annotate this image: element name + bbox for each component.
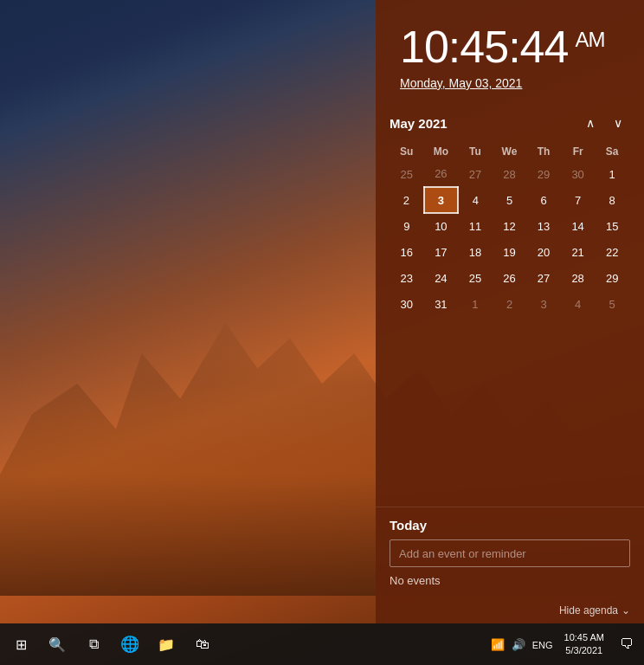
calendar-day[interactable]: 7 (561, 187, 596, 213)
folder-icon: 📁 (158, 636, 175, 653)
calendar-day[interactable]: 16 (390, 239, 424, 265)
calendar-day[interactable]: 22 (595, 239, 629, 265)
calendar-day[interactable]: 4 (561, 291, 596, 317)
calendar-day[interactable]: 25 (458, 265, 493, 291)
event-input-wrapper[interactable] (390, 539, 630, 567)
taskbar: ⊞ 🔍 ⧉ 🌐 📁 🛍 📶 🔊 (0, 623, 644, 665)
calendar-day[interactable]: 28 (561, 265, 596, 291)
language-tray-icon[interactable]: ENG (530, 638, 556, 651)
taskbar-date: 5/3/2021 (564, 644, 604, 657)
calendar-day[interactable]: 27 (458, 161, 493, 187)
taskbar-left: ⊞ 🔍 ⧉ 🌐 📁 🛍 (3, 627, 488, 662)
no-events-text: No events (390, 574, 630, 587)
next-month-button[interactable]: ∨ (606, 111, 630, 135)
day-of-week-th: Th (526, 142, 561, 161)
notification-button[interactable]: 🗨 (613, 627, 641, 662)
calendar-day[interactable]: 2 (390, 187, 424, 213)
calendar-week-5: 23242526272829 (390, 265, 629, 291)
calendar-day[interactable]: 27 (526, 265, 561, 291)
calendar-week-3: 9101112131415 (390, 213, 629, 239)
calendar-day[interactable]: 8 (595, 187, 629, 213)
calendar-day[interactable]: 18 (458, 239, 493, 265)
calendar-day[interactable]: 24 (424, 265, 459, 291)
calendar-day[interactable]: 3 (526, 291, 561, 317)
today-label: Today (390, 518, 630, 533)
calendar-day[interactable]: 15 (595, 213, 629, 239)
calendar-day[interactable]: 30 (561, 161, 596, 187)
calendar-body: 2526272829301234567891011121314151617181… (390, 161, 629, 317)
day-of-week-tu: Tu (458, 142, 493, 161)
calendar-week-2: 2345678 (390, 187, 629, 213)
network-tray-icon[interactable]: 📶 (488, 638, 507, 651)
day-of-week-mo: Mo (424, 142, 459, 161)
calendar-day[interactable]: 19 (493, 239, 527, 265)
days-of-week-header: SuMoTuWeThFrSa (390, 142, 629, 161)
clock-date[interactable]: Monday, May 03, 2021 (400, 76, 620, 90)
day-of-week-su: Su (390, 142, 424, 161)
calendar-day[interactable]: 29 (595, 265, 629, 291)
edge-icon: 🌐 (120, 635, 139, 654)
search-button[interactable]: 🔍 (40, 627, 74, 662)
calendar-day[interactable]: 10 (424, 213, 459, 239)
calendar-day[interactable]: 29 (526, 161, 561, 187)
calendar-day[interactable]: 12 (493, 213, 527, 239)
prev-month-button[interactable]: ∧ (578, 111, 602, 135)
calendar-day[interactable]: 20 (526, 239, 561, 265)
calendar-navigation: ∧ ∨ (578, 111, 630, 135)
calendar-section: May 2021 ∧ ∨ SuMoTuWeThFrSa 252627282930… (376, 104, 644, 507)
calendar-day[interactable]: 2 (493, 291, 527, 317)
calendar-day[interactable]: 11 (458, 213, 493, 239)
windows-icon: ⊞ (16, 636, 27, 653)
day-of-week-fr: Fr (561, 142, 596, 161)
time-section: 10:45:44AM Monday, May 03, 2021 (376, 0, 644, 104)
calendar-day[interactable]: 6 (526, 187, 561, 213)
calendar-day[interactable]: 13 (526, 213, 561, 239)
calendar-day[interactable]: 21 (561, 239, 596, 265)
calendar-day[interactable]: 17 (424, 239, 459, 265)
calendar-day[interactable]: 26 (424, 161, 459, 187)
calendar-day[interactable]: 1 (458, 291, 493, 317)
calendar-panel: 10:45:44AM Monday, May 03, 2021 May 2021… (376, 0, 644, 623)
calendar-grid: SuMoTuWeThFrSa 2526272829301234567891011… (390, 142, 630, 317)
store-button[interactable]: 🛍 (185, 627, 220, 662)
calendar-day[interactable]: 1 (595, 161, 629, 187)
day-of-week-sa: Sa (595, 142, 629, 161)
system-tray: 📶 🔊 ENG (488, 638, 556, 651)
calendar-week-1: 2526272829301 (390, 161, 629, 187)
notification-icon: 🗨 (620, 636, 634, 652)
task-view-button[interactable]: ⧉ (76, 627, 111, 662)
calendar-day[interactable]: 26 (493, 265, 527, 291)
calendar-day[interactable]: 30 (390, 291, 424, 317)
start-button[interactable]: ⊞ (3, 627, 38, 662)
edge-button[interactable]: 🌐 (113, 627, 147, 662)
calendar-day[interactable]: 3 (424, 187, 459, 213)
calendar-day[interactable]: 31 (424, 291, 459, 317)
keyboard-icon: ENG (532, 640, 553, 650)
calendar-header: May 2021 ∧ ∨ (390, 111, 630, 135)
calendar-day[interactable]: 5 (595, 291, 629, 317)
volume-icon: 🔊 (512, 638, 525, 651)
calendar-week-6: 303112345 (390, 291, 629, 317)
task-view-icon: ⧉ (89, 636, 99, 652)
month-year-label[interactable]: May 2021 (390, 116, 448, 131)
chevron-down-icon: ⌄ (621, 604, 630, 617)
calendar-day[interactable]: 28 (493, 161, 527, 187)
taskbar-time: 10:45 AM (564, 631, 604, 644)
clock-ampm: AM (575, 28, 604, 51)
hide-agenda-button[interactable]: Hide agenda ⌄ (376, 597, 644, 623)
search-icon: 🔍 (48, 636, 66, 653)
calendar-day[interactable]: 23 (390, 265, 424, 291)
calendar-day[interactable]: 25 (390, 161, 424, 187)
calendar-day[interactable]: 9 (390, 213, 424, 239)
file-explorer-button[interactable]: 📁 (149, 627, 184, 662)
calendar-day[interactable]: 5 (493, 187, 527, 213)
day-of-week-we: We (493, 142, 527, 161)
event-reminder-input[interactable] (399, 547, 621, 560)
agenda-section: Today No events (376, 507, 644, 597)
volume-tray-icon[interactable]: 🔊 (509, 638, 528, 651)
taskbar-clock[interactable]: 10:45 AM 5/3/2021 (557, 631, 611, 658)
calendar-day[interactable]: 14 (561, 213, 596, 239)
clock-time: 10:45:44AM (400, 24, 620, 69)
calendar-day[interactable]: 4 (458, 187, 493, 213)
clock-time-value: 10:45:44 (400, 22, 568, 72)
